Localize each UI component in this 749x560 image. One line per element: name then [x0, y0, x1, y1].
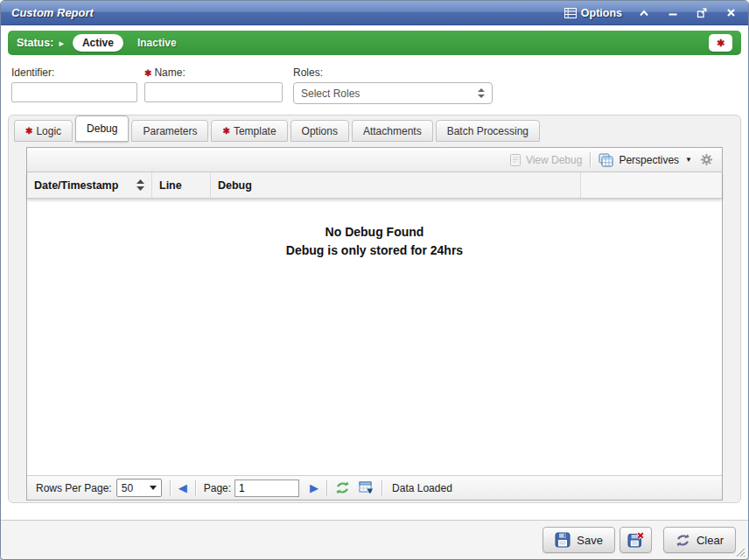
pagination-separator [170, 480, 171, 496]
required-indicator-button[interactable]: ✱ [709, 34, 732, 52]
close-button[interactable] [724, 6, 738, 20]
chevron-up-icon [639, 10, 649, 17]
column-header-date-timestamp[interactable]: Date/Timestamp [27, 172, 152, 198]
window-title: Custom Report [11, 6, 94, 19]
save-floppy-icon [555, 532, 570, 548]
options-button[interactable]: Options [564, 7, 622, 19]
close-icon [726, 8, 736, 18]
pagination-separator [195, 480, 196, 496]
tab-logic[interactable]: ✱ Logic [14, 120, 73, 142]
pagination-separator [382, 480, 382, 496]
tab-attachments[interactable]: Attachments [352, 120, 433, 142]
required-icon: ✱ [25, 126, 32, 136]
column-header-filler [581, 172, 722, 198]
grid-header: Date/Timestamp Line Debug [27, 172, 722, 199]
footer-bar: Save Clear [1, 520, 748, 559]
stepper-icon [478, 88, 485, 98]
caret-down-icon: ▼ [685, 156, 692, 164]
debug-table-panel: View Debug Perspectives ▼ [26, 147, 723, 500]
data-loaded-status: Data Loaded [392, 482, 452, 494]
custom-report-window: Custom Report Options [0, 0, 749, 560]
minimize-button[interactable] [666, 6, 680, 20]
minimize-icon [668, 9, 678, 18]
page-label: Page: [204, 482, 231, 494]
view-debug-button[interactable]: View Debug [509, 153, 583, 167]
save-button[interactable]: Save [542, 527, 615, 553]
clear-button[interactable]: Clear [663, 527, 736, 553]
tab-parameters[interactable]: Parameters [131, 120, 208, 142]
clear-label: Clear [696, 534, 724, 547]
previous-page-button[interactable]: ◀ [178, 482, 187, 494]
next-page-button[interactable]: ▶ [310, 482, 318, 494]
required-icon: ✱ [222, 126, 229, 136]
tab-template[interactable]: ✱ Template [211, 120, 287, 142]
identifier-input[interactable] [11, 82, 137, 102]
perspectives-button[interactable]: Perspectives ▼ [598, 153, 692, 167]
options-label: Options [581, 7, 622, 19]
name-label: ✱ Name: [144, 66, 283, 79]
options-grid-icon [564, 8, 577, 18]
resize-grip[interactable] [734, 546, 746, 557]
tab-panel-container: ✱ Logic Debug Parameters ✱ Template Opti… [8, 115, 741, 503]
status-label: Status: [17, 37, 53, 49]
clear-refresh-icon [676, 534, 690, 547]
collapse-button[interactable] [637, 6, 651, 20]
rows-per-page-label: Rows Per Page: [36, 482, 112, 494]
popout-button[interactable] [695, 6, 709, 20]
view-debug-label: View Debug [526, 154, 583, 166]
name-input[interactable] [144, 82, 283, 102]
save-close-floppy-x-icon [627, 532, 644, 548]
column-header-debug: Debug [211, 172, 581, 198]
roles-selected-value: Select Roles [301, 88, 360, 100]
chevron-down-icon [150, 486, 157, 490]
tab-batch-processing[interactable]: Batch Processing [436, 120, 540, 142]
grid-settings-button[interactable] [700, 153, 713, 166]
export-table-button[interactable] [359, 481, 374, 494]
report-form: Identifier: ✱ Name: Roles: Select Roles [1, 55, 748, 111]
save-label: Save [577, 534, 603, 547]
roles-label: Roles: [293, 66, 493, 79]
grid-toolbar: View Debug Perspectives ▼ [27, 148, 722, 172]
tab-debug[interactable]: Debug [75, 116, 129, 142]
refresh-icon [335, 481, 350, 494]
grid-body: No Debug Found Debug is only stored for … [27, 199, 722, 475]
empty-state-subtitle: Debug is only stored for 24hrs [27, 242, 722, 260]
page-input[interactable] [234, 480, 299, 497]
popout-icon [696, 7, 708, 18]
tab-strip: ✱ Logic Debug Parameters ✱ Template Opti… [9, 116, 740, 142]
perspectives-label: Perspectives [619, 154, 679, 166]
rows-per-page-select[interactable]: 50 [116, 479, 162, 497]
titlebar: Custom Report Options [1, 1, 748, 25]
empty-state-title: No Debug Found [27, 223, 722, 242]
gear-icon [700, 153, 713, 166]
pagination-separator [326, 480, 327, 496]
save-and-close-button[interactable] [620, 527, 652, 553]
status-bar: Status: ▸ Active Inactive ✱ [8, 31, 741, 55]
status-option-active[interactable]: Active [73, 34, 123, 52]
document-icon [509, 153, 522, 167]
status-option-inactive[interactable]: Inactive [137, 37, 177, 49]
required-icon: ✱ [144, 68, 151, 78]
refresh-button[interactable] [335, 481, 350, 494]
toolbar-separator [590, 152, 591, 167]
status-arrow-icon: ▸ [59, 38, 64, 49]
pagination-bar: Rows Per Page: 50 ◀ Page: ▶ [27, 475, 722, 500]
column-header-line: Line [152, 172, 211, 198]
sort-icon [136, 179, 144, 191]
roles-select[interactable]: Select Roles [293, 82, 493, 104]
export-table-icon [359, 481, 374, 494]
identifier-label: Identifier: [11, 66, 137, 79]
perspectives-icon [598, 153, 614, 167]
tab-options[interactable]: Options [290, 120, 349, 142]
